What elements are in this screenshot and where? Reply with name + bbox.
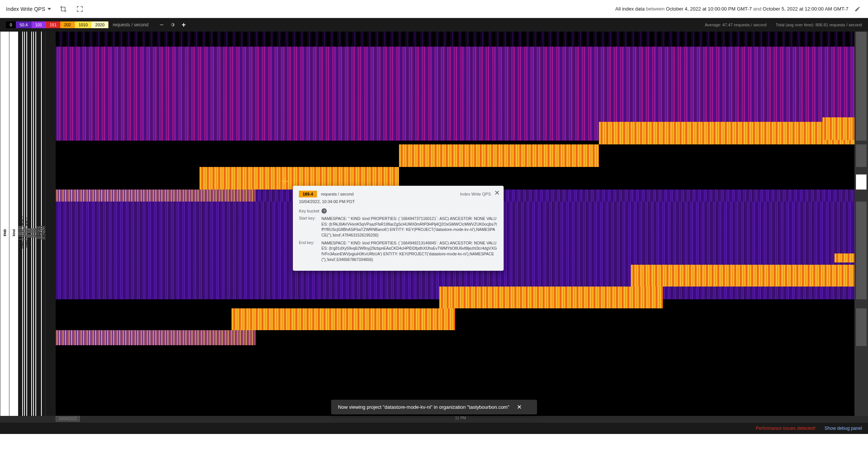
heatmap-row xyxy=(56,190,256,202)
top-bar-left: Index Write QPS xyxy=(6,5,84,14)
zoom-in-icon[interactable]: + xyxy=(182,21,186,29)
tooltip-section-text: Key bucket xyxy=(299,209,319,213)
close-icon[interactable]: ✕ xyxy=(517,403,522,411)
data-label: All index data xyxy=(615,6,645,12)
tooltip-metric: Index Write QPS xyxy=(460,192,491,196)
help-icon[interactable]: ? xyxy=(321,208,327,214)
heatmap-row xyxy=(599,122,854,144)
legend-swatch[interactable]: 151 xyxy=(46,21,60,28)
time-range-label: All index data between October 4, 2022 a… xyxy=(615,5,862,14)
right-strip[interactable] xyxy=(854,32,868,434)
tooltip-timestamp: 10/04/2022, 10:34:00 PM PDT xyxy=(299,199,498,204)
legend-swatch[interactable]: 202 xyxy=(60,21,75,28)
legend-right: Average: 47.47 requests / second Total (… xyxy=(705,23,862,27)
fullscreen-icon[interactable] xyxy=(75,5,84,14)
legend-controls: − + xyxy=(160,21,186,29)
legend-bar: 050.410115120210102020 requests / second… xyxy=(0,18,868,32)
tooltip-start-key: Start key: NAMESPACE: '' KIND: kind PROP… xyxy=(299,216,498,238)
avg-label: Average: 47.47 requests / second xyxy=(705,23,766,27)
heatmap-row xyxy=(56,32,854,47)
tooltip-unit: requests / second xyxy=(321,192,354,196)
heatmap-row xyxy=(631,265,854,287)
y-strip-4[interactable]: (b'2p34c(b'O2z3t(b'owdc.(b'Ds/lyr(b'E3kW… xyxy=(36,32,45,434)
y-axis-segment[interactable]: kind xyxy=(9,32,18,434)
start-time: October 4, 2022 at 10:00:00 PM GMT-7 xyxy=(666,6,752,12)
start-key-label: Start key: xyxy=(299,216,321,238)
tooltip-section-label: Key bucket ? xyxy=(299,208,498,214)
footer-bar: Performance issues detected! Show debug … xyxy=(0,423,868,434)
heatmap-row xyxy=(399,144,599,167)
legend-unit: requests / second xyxy=(113,22,149,27)
legend-swatch[interactable]: 2020 xyxy=(91,21,108,28)
zoom-out-icon[interactable]: − xyxy=(160,21,164,29)
toast-message: Now viewing project "datastore-mode-kv-n… xyxy=(338,404,510,410)
edit-icon[interactable] xyxy=(853,5,862,14)
heatmap-tooltip: ✕ 189.4 requests / second Index Write QP… xyxy=(293,186,504,271)
tooltip-end-key: End key: NAMESPACE: '' KIND: kind PROPER… xyxy=(299,240,498,262)
legend-swatches: 050.410115120210102020 xyxy=(6,21,108,28)
time-tick: 11 PM xyxy=(455,416,466,420)
tooltip-value-badge: 189.4 xyxy=(299,191,317,197)
heatmap-row xyxy=(834,253,854,262)
legend-left: 050.410115120210102020 requests / second… xyxy=(6,21,186,29)
y-strip-1[interactable]: kind xyxy=(9,32,18,434)
heatmap-row xyxy=(439,287,663,308)
close-icon[interactable]: ✕ xyxy=(494,189,500,197)
metric-selector[interactable]: Index Write QPS xyxy=(6,6,51,12)
y-strip-2[interactable]: (`166494(`166495(`166494(`166494(`166494… xyxy=(18,32,27,434)
total-label: Total (avg over time): 806.91 requests /… xyxy=(776,23,862,27)
y-axis: END kind (`166494(`166495(`166494(`16649… xyxy=(0,32,56,434)
timeline-zone: 10/04/2022 11 PM Performance issues dete… xyxy=(0,416,868,434)
legend-swatch[interactable]: 101 xyxy=(32,21,46,28)
end-key-label: End key: xyxy=(299,240,321,262)
end-time: October 5, 2022 at 12:00:00 AM GMT-7 xyxy=(763,6,848,12)
heatmap-canvas[interactable]: ✕ 189.4 requests / second Index Write QP… xyxy=(56,32,854,434)
and-label: and xyxy=(753,6,761,12)
heatmap-viz[interactable]: END kind (`166494(`166495(`166494(`16649… xyxy=(0,32,868,434)
caret-down-icon xyxy=(47,8,51,10)
legend-swatch[interactable]: 0 xyxy=(6,21,16,28)
crop-icon[interactable] xyxy=(59,5,68,14)
end-key-value: NAMESPACE: '' KIND: kind PROPERTIES: (`1… xyxy=(321,240,498,262)
metric-title: Index Write QPS xyxy=(6,6,45,12)
debug-panel-link[interactable]: Show debug panel xyxy=(825,426,862,431)
time-date-label: 10/04/2022 xyxy=(56,416,80,422)
top-bar: Index Write QPS All index data between O… xyxy=(0,0,868,18)
heatmap-row xyxy=(56,330,256,345)
y-strip-3[interactable]: NONENONENONENONENONENONENONENONENONENONE… xyxy=(27,32,36,434)
perf-warning[interactable]: Performance issues detected! xyxy=(756,426,816,431)
y-axis-segment[interactable]: END xyxy=(0,32,9,434)
y-strip-blank xyxy=(45,32,56,434)
heatmap-row xyxy=(231,308,455,330)
start-key-value: NAMESPACE: '' KIND: kind PROPERTIES: (`1… xyxy=(321,216,498,238)
legend-swatch[interactable]: 50.4 xyxy=(16,21,31,28)
between-label: between xyxy=(646,6,664,12)
toast-notification: Now viewing project "datastore-mode-kv-n… xyxy=(331,400,537,414)
y-strip-0[interactable]: END xyxy=(0,32,9,434)
time-axis[interactable]: 10/04/2022 11 PM xyxy=(56,416,854,423)
heatmap-row xyxy=(822,117,854,140)
brightness-icon[interactable] xyxy=(170,22,176,28)
legend-swatch[interactable]: 1010 xyxy=(75,21,91,28)
